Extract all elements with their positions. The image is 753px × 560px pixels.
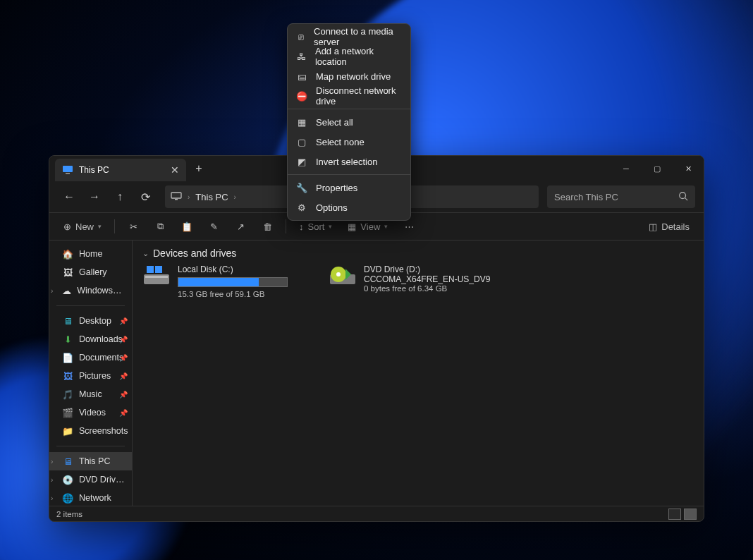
ctx-options[interactable]: ⚙Options: [288, 197, 410, 217]
new-label: New: [75, 221, 94, 232]
sidebar-item-pictures[interactable]: 🖼Pictures📌: [49, 367, 132, 385]
tab-title: This PC: [79, 165, 109, 175]
sidebar-item-label: DVD Drive (D:) C: [79, 475, 126, 485]
tab-close-icon[interactable]: ✕: [171, 164, 179, 176]
cut-button[interactable]: ✂: [122, 217, 145, 236]
view-thumbnails-toggle[interactable]: [684, 509, 697, 520]
forward-button[interactable]: →: [83, 185, 106, 208]
drive-dvd-d[interactable]: DVD Drive (D:) CCCOMA_X64FRE_EN-US_DV9 0…: [329, 264, 498, 298]
sidebar-item-documents[interactable]: 📄Documents📌: [49, 348, 132, 367]
chevron-right-icon[interactable]: ›: [51, 458, 53, 465]
chevron-right-icon: ›: [188, 193, 190, 201]
folder-icon: 📁: [62, 425, 73, 437]
sidebar-item-windowslatest[interactable]: ›☁WindowsLatest: [49, 281, 132, 300]
ctx-invert-selection[interactable]: ◩Invert selection: [288, 152, 410, 171]
separator: [114, 219, 115, 233]
details-pane-button[interactable]: ◫ Details: [643, 217, 695, 236]
network-icon: 🌐: [62, 492, 73, 504]
gear-icon: ⚙: [296, 202, 307, 213]
breadcrumb-location[interactable]: This PC: [195, 192, 228, 202]
view-icon: ▦: [348, 221, 356, 232]
chevron-right-icon[interactable]: ›: [234, 193, 236, 201]
search-placeholder: Search This PC: [554, 192, 618, 202]
chevron-right-icon[interactable]: ›: [51, 476, 53, 484]
search-input[interactable]: Search This PC: [547, 185, 695, 208]
refresh-button[interactable]: ⟳: [134, 185, 157, 208]
sidebar-item-network[interactable]: ›🌐Network: [49, 489, 132, 506]
ctx-label: Connect to a media server: [314, 26, 402, 47]
ctx-map-network-drive[interactable]: 🖴Map network drive: [288, 66, 410, 86]
pin-icon[interactable]: 📌: [119, 409, 128, 417]
disc-drive-icon: [329, 264, 357, 287]
pin-icon[interactable]: 📌: [119, 372, 128, 380]
map-drive-icon: 🖴: [296, 71, 307, 82]
body: 🏠Home 🖼Gallery ›☁WindowsLatest 🖥Desktop📌…: [49, 241, 704, 506]
sidebar-item-downloads[interactable]: ⬇Downloads📌: [49, 330, 132, 348]
drive-free-text: 15.3 GB free of 59.1 GB: [178, 290, 288, 298]
separator: [56, 305, 125, 306]
select-none-icon: ▢: [296, 136, 307, 147]
close-button[interactable]: ✕: [673, 156, 704, 181]
svg-rect-8: [147, 266, 154, 273]
chevron-right-icon[interactable]: ›: [51, 494, 53, 502]
sidebar-item-label: Music: [79, 389, 102, 399]
navigation-pane: 🏠Home 🖼Gallery ›☁WindowsLatest 🖥Desktop📌…: [49, 241, 133, 506]
group-header-devices[interactable]: ⌄ Devices and drives: [142, 248, 694, 259]
svg-rect-3: [175, 199, 178, 200]
new-button[interactable]: ⊕ New ▾: [58, 217, 107, 236]
share-button[interactable]: ↗: [229, 217, 252, 236]
home-icon: 🏠: [62, 248, 73, 260]
video-icon: 🎬: [62, 407, 73, 418]
pin-icon[interactable]: 📌: [119, 354, 128, 362]
maximize-button[interactable]: ▢: [642, 156, 673, 181]
ctx-label: Invert selection: [316, 157, 377, 167]
select-all-icon: ▦: [296, 116, 307, 128]
ctx-add-network-location[interactable]: 🖧Add a network location: [288, 47, 410, 66]
chevron-down-icon: ▾: [329, 223, 332, 230]
sidebar-item-gallery[interactable]: 🖼Gallery: [49, 263, 132, 281]
rename-icon: ✎: [210, 221, 218, 232]
sidebar-item-this-pc[interactable]: ›🖥This PC: [49, 452, 132, 470]
sort-icon: ↕: [299, 221, 304, 232]
ctx-properties[interactable]: 🔧Properties: [288, 178, 410, 197]
drive-local-c[interactable]: Local Disk (C:) 15.3 GB free of 59.1 GB: [142, 264, 312, 298]
sidebar-item-music[interactable]: 🎵Music📌: [49, 385, 132, 403]
chevron-down-icon: ▾: [98, 223, 102, 230]
tab-this-pc[interactable]: This PC ✕: [55, 159, 186, 181]
ctx-disconnect-network-drive[interactable]: ⛔Disconnect network drive: [288, 86, 410, 106]
rename-button[interactable]: ✎: [202, 217, 225, 236]
paste-button[interactable]: 📋: [176, 217, 198, 236]
chevron-right-icon[interactable]: ›: [51, 287, 53, 295]
minimize-button[interactable]: ─: [611, 156, 642, 181]
delete-button[interactable]: 🗑: [256, 217, 278, 236]
separator: [56, 446, 125, 446]
group-label: Devices and drives: [153, 248, 236, 259]
ellipsis-icon: ⋯: [405, 221, 414, 232]
sidebar-item-dvd[interactable]: ›💿DVD Drive (D:) C: [49, 470, 132, 489]
sidebar-item-screenshots[interactable]: 📁Screenshots: [49, 422, 132, 440]
context-menu: ⎚Connect to a media server 🖧Add a networ…: [287, 23, 411, 221]
sidebar-item-videos[interactable]: 🎬Videos📌: [49, 403, 132, 422]
ctx-select-all[interactable]: ▦Select all: [288, 112, 410, 132]
sidebar-item-label: Gallery: [79, 267, 107, 277]
back-button[interactable]: ←: [58, 185, 80, 208]
pin-icon[interactable]: 📌: [119, 336, 128, 343]
wrench-icon: 🔧: [296, 182, 307, 193]
up-button[interactable]: ↑: [109, 185, 131, 208]
sidebar-item-home[interactable]: 🏠Home: [49, 245, 132, 263]
ctx-connect-media-server[interactable]: ⎚Connect to a media server: [288, 27, 410, 47]
svg-rect-2: [171, 193, 181, 198]
view-details-toggle[interactable]: [668, 509, 681, 520]
chevron-down-icon: ▾: [384, 223, 388, 230]
new-tab-button[interactable]: +: [186, 156, 212, 181]
svg-rect-7: [145, 276, 168, 278]
network-location-icon: 🖧: [296, 51, 307, 62]
sidebar-item-label: WindowsLatest: [77, 286, 126, 296]
ctx-select-none[interactable]: ▢Select none: [288, 132, 410, 152]
pin-icon[interactable]: 📌: [119, 391, 128, 398]
copy-button[interactable]: ⧉: [149, 217, 171, 236]
pin-icon[interactable]: 📌: [119, 317, 128, 325]
gallery-icon: 🖼: [62, 267, 73, 278]
sidebar-item-label: Desktop: [79, 316, 111, 326]
sidebar-item-desktop[interactable]: 🖥Desktop📌: [49, 312, 132, 330]
